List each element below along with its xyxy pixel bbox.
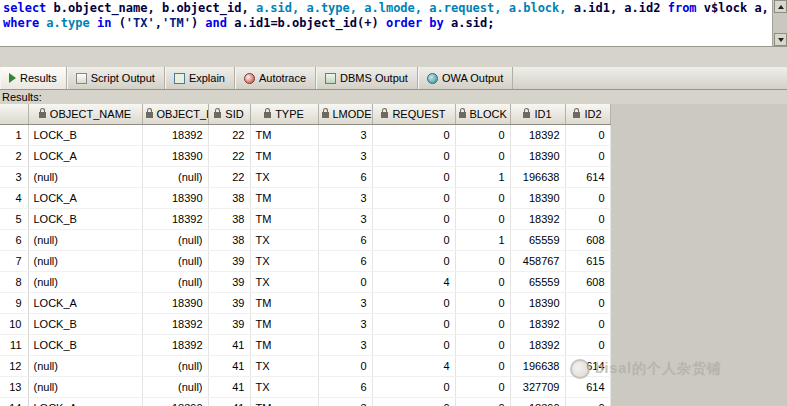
scroll-up-button[interactable] <box>774 0 787 13</box>
tab-owa-output[interactable]: OWA Output <box>418 67 513 89</box>
tab-dbms-output[interactable]: DBMS Output <box>316 67 418 89</box>
cell-lmode: 3 <box>318 398 372 406</box>
cell-block: 0 <box>455 314 510 335</box>
table-row[interactable]: 4LOCK_A1839038TM300183900 <box>0 188 610 209</box>
cell-sid: 22 <box>208 125 250 146</box>
cell-id1: 65559 <box>510 272 565 293</box>
lock-icon <box>573 112 580 118</box>
cell-request: 0 <box>372 293 455 314</box>
column-header-block[interactable]: BLOCK <box>455 104 510 125</box>
table-row[interactable]: 7(null)(null)39TX600458767615 <box>0 251 610 272</box>
table-row[interactable]: 8(null)(null)39TX04065559608 <box>0 272 610 293</box>
cell-block: 0 <box>455 146 510 167</box>
column-header-request[interactable]: REQUEST <box>372 104 455 125</box>
cell-id1: 18390 <box>510 146 565 167</box>
table-row[interactable]: 13(null)(null)41TX600327709614 <box>0 377 610 398</box>
table-row[interactable]: 10LOCK_B1839239TM300183920 <box>0 314 610 335</box>
tab-script-output[interactable]: Script Output <box>67 67 165 89</box>
tab-explain[interactable]: Explain <box>165 67 235 89</box>
cell-lmode: 6 <box>318 377 372 398</box>
column-header-label: OBJECT_NAME <box>50 108 131 120</box>
cell-request: 0 <box>372 377 455 398</box>
sql-worksheet-window: select b.object_name, b.object_id, a.sid… <box>0 0 787 406</box>
editor-scrollbar[interactable] <box>772 0 787 47</box>
tab-label: DBMS Output <box>340 72 408 84</box>
cell-id1: 327709 <box>510 377 565 398</box>
results-icon <box>9 73 16 83</box>
watermark-logo-icon <box>570 359 590 379</box>
owa-output-icon <box>427 73 438 84</box>
cell-object_id: 18392 <box>142 125 208 146</box>
down-arrow-icon <box>778 38 784 42</box>
cell-request: 0 <box>372 398 455 406</box>
table-row[interactable]: 6(null)(null)38TX60165559608 <box>0 230 610 251</box>
tab-autotrace[interactable]: Autotrace <box>235 67 316 89</box>
sql-editor[interactable]: select b.object_name, b.object_id, a.sid… <box>0 0 787 47</box>
tab-results[interactable]: Results <box>0 67 67 89</box>
cell-lmode: 3 <box>318 293 372 314</box>
table-row[interactable]: 14LOCK_A1839041TM300183900 <box>0 398 610 406</box>
cell-lmode: 3 <box>318 188 372 209</box>
cell-request: 0 <box>372 251 455 272</box>
cell-block: 0 <box>455 251 510 272</box>
autotrace-icon <box>244 73 255 84</box>
table-row[interactable]: 12(null)(null)41TX040196638614 <box>0 356 610 377</box>
cell-lmode: 3 <box>318 335 372 356</box>
column-header-label: TYPE <box>275 108 304 120</box>
cell-sid: 41 <box>208 356 250 377</box>
cell-object_name: LOCK_A <box>28 188 142 209</box>
cell-type: TM <box>250 314 318 335</box>
table-row[interactable]: 2LOCK_A1839022TM300183900 <box>0 146 610 167</box>
cell-id1: 18392 <box>510 209 565 230</box>
cell-object_id: 18392 <box>142 314 208 335</box>
column-header-id2[interactable]: ID2 <box>565 104 610 125</box>
table-row[interactable]: 9LOCK_A1839039TM300183900 <box>0 293 610 314</box>
table-row[interactable]: 11LOCK_B1839241TM300183920 <box>0 335 610 356</box>
cell-block: 0 <box>455 293 510 314</box>
cell-id2: 614 <box>565 377 610 398</box>
cell-lmode: 3 <box>318 125 372 146</box>
cell-object_id: (null) <box>142 167 208 188</box>
cell-object_name: (null) <box>28 377 142 398</box>
cell-id1: 196638 <box>510 356 565 377</box>
column-header-object_id[interactable]: OBJECT_ID <box>142 104 208 125</box>
cell-sid: 39 <box>208 314 250 335</box>
cell-sid: 41 <box>208 398 250 406</box>
cell-id2: 0 <box>565 314 610 335</box>
cell-id2: 608 <box>565 230 610 251</box>
column-header-object_name[interactable]: OBJECT_NAME <box>28 104 142 125</box>
tab-label: Script Output <box>91 72 155 84</box>
column-header-lmode[interactable]: LMODE <box>318 104 372 125</box>
cell-id2: 0 <box>565 125 610 146</box>
cell-block: 0 <box>455 335 510 356</box>
column-header-type[interactable]: TYPE <box>250 104 318 125</box>
watermark-text: bisal的个人杂货铺 <box>595 360 722 378</box>
table-row[interactable]: 1LOCK_B1839222TM300183920 <box>0 125 610 146</box>
cell-request: 0 <box>372 335 455 356</box>
code-line-1: select b.object_name, b.object_id, a.sid… <box>0 1 787 15</box>
scroll-down-button[interactable] <box>774 33 787 46</box>
column-header-sid[interactable]: SID <box>208 104 250 125</box>
editor-results-splitter[interactable] <box>0 47 787 67</box>
lock-icon <box>381 112 388 118</box>
cell-object_id: 18390 <box>142 188 208 209</box>
cell-sid: 22 <box>208 167 250 188</box>
cell-object_id: (null) <box>142 272 208 293</box>
results-grid-area: OBJECT_NAMEOBJECT_IDSIDTYPELMODEREQUESTB… <box>0 104 787 406</box>
cell-type: TX <box>250 377 318 398</box>
cell-object_name: LOCK_B <box>28 209 142 230</box>
cell-object_id: (null) <box>142 356 208 377</box>
output-tabbar: ResultsScript OutputExplainAutotraceDBMS… <box>0 67 787 90</box>
cell-block: 1 <box>455 230 510 251</box>
column-header-id1[interactable]: ID1 <box>510 104 565 125</box>
cell-id1: 18392 <box>510 125 565 146</box>
lock-icon <box>523 112 530 118</box>
rownum-cell: 13 <box>0 377 28 398</box>
column-header-label: SID <box>225 108 243 120</box>
cell-sid: 39 <box>208 293 250 314</box>
cell-object_name: (null) <box>28 356 142 377</box>
cell-lmode: 6 <box>318 230 372 251</box>
cell-id2: 608 <box>565 272 610 293</box>
table-row[interactable]: 5LOCK_B1839238TM300183920 <box>0 209 610 230</box>
table-row[interactable]: 3(null)(null)22TX601196638614 <box>0 167 610 188</box>
